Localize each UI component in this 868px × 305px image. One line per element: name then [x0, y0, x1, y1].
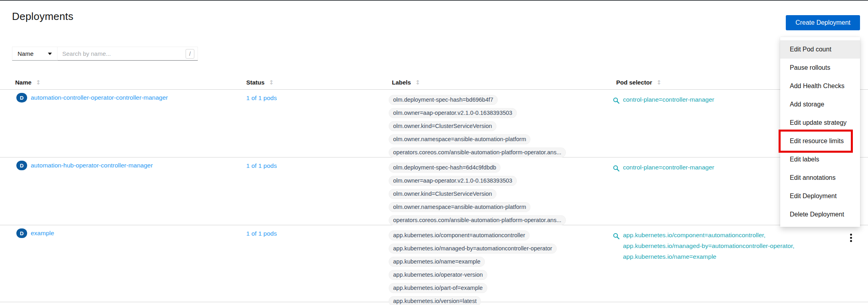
menu-item-add-storage[interactable]: Add storage: [780, 95, 860, 114]
filter-toolbar: Name /: [12, 47, 198, 61]
label-chip[interactable]: olm.owner.kind=ClusterServiceVersion: [389, 121, 496, 131]
deployment-badge: D: [16, 93, 27, 102]
keyboard-shortcut-badge: /: [186, 49, 194, 59]
column-header-status[interactable]: Status ↕: [243, 79, 389, 86]
pod-selector-link[interactable]: app.kubernetes.io/component=automationco…: [613, 230, 838, 262]
menu-item-delete-deployment[interactable]: Delete Deployment: [780, 205, 860, 224]
table-header-row: Name ↕ Status ↕ Labels ↕ Pod selector ↕: [0, 75, 868, 90]
label-chip[interactable]: app.kubernetes.io/part-of=example: [389, 283, 487, 293]
label-chip[interactable]: olm.owner.namespace=ansible-automation-p…: [389, 134, 530, 144]
label-chip[interactable]: app.kubernetes.io/component=automationco…: [389, 230, 530, 240]
label-chip[interactable]: olm.owner.kind=ClusterServiceVersion: [389, 189, 496, 199]
labels-cell: app.kubernetes.io/component=automationco…: [389, 225, 613, 305]
sort-icon[interactable]: ↕: [269, 79, 274, 86]
menu-item-edit-annotations[interactable]: Edit annotations: [780, 169, 860, 187]
label-chip[interactable]: app.kubernetes.io/name=example: [389, 257, 485, 267]
label-chip[interactable]: olm.owner=aap-operator.v2.1.0-0.16383935…: [389, 108, 517, 118]
deployment-name-link[interactable]: automation-controller-operator-controlle…: [31, 94, 168, 101]
table-row: D automation-controller-operator-control…: [0, 90, 868, 157]
menu-item-edit-pod-count[interactable]: Edit Pod count: [780, 40, 860, 59]
label-chip[interactable]: app.kubernetes.io/operator-version: [389, 270, 487, 280]
create-deployment-button[interactable]: Create Deployment: [786, 15, 860, 30]
table-row: D example 1 of 1 pods app.kubernetes.io/…: [0, 225, 868, 302]
search-icon: [613, 164, 619, 175]
filter-type-dropdown[interactable]: Name: [12, 47, 57, 61]
search-input[interactable]: [57, 47, 198, 60]
menu-item-edit-labels[interactable]: Edit labels: [780, 150, 860, 169]
masthead-divider: [0, 0, 868, 1]
pods-status-link[interactable]: 1 of 1 pods: [246, 94, 277, 101]
column-header-labels[interactable]: Labels ↕: [389, 79, 613, 86]
label-chip[interactable]: olm.deployment-spec-hash=6d4c9fdbdb: [389, 163, 500, 173]
sort-icon[interactable]: ↕: [656, 79, 662, 86]
table-row: D automation-hub-operator-controller-man…: [0, 157, 868, 225]
search-field-wrapper: /: [57, 47, 198, 61]
label-chip[interactable]: olm.deployment-spec-hash=bd696b4f7: [389, 95, 498, 105]
menu-item-add-health-checks[interactable]: Add Health Checks: [780, 77, 860, 95]
deployment-name-link[interactable]: example: [31, 230, 54, 237]
pods-status-link[interactable]: 1 of 1 pods: [246, 230, 277, 237]
label-chip[interactable]: operators.coreos.com/ansible-automation-…: [389, 215, 566, 225]
labels-cell: olm.deployment-spec-hash=bd696b4f7 olm.o…: [389, 90, 613, 161]
search-icon: [613, 96, 619, 107]
actions-menu: Edit Pod count Pause rollouts Add Health…: [780, 37, 860, 227]
deployments-table: Name ↕ Status ↕ Labels ↕ Pod selector ↕ …: [0, 75, 868, 302]
label-chip[interactable]: olm.owner.namespace=ansible-automation-p…: [389, 202, 530, 212]
menu-item-edit-deployment[interactable]: Edit Deployment: [780, 187, 860, 205]
menu-item-pause-rollouts[interactable]: Pause rollouts: [780, 59, 860, 77]
label-chip[interactable]: app.kubernetes.io/managed-by=automationc…: [389, 244, 557, 254]
pods-status-link[interactable]: 1 of 1 pods: [246, 162, 277, 169]
page-title: Deployments: [12, 10, 73, 23]
menu-item-edit-resource-limits[interactable]: Edit resource limits: [780, 132, 860, 150]
label-chip[interactable]: operators.coreos.com/ansible-automation-…: [389, 148, 566, 157]
labels-cell: olm.deployment-spec-hash=6d4c9fdbdb olm.…: [389, 157, 613, 228]
column-header-name[interactable]: Name ↕: [12, 79, 243, 86]
deployment-name-link[interactable]: automation-hub-operator-controller-manag…: [31, 162, 153, 169]
deployment-badge: D: [16, 228, 27, 238]
kebab-menu-icon[interactable]: [848, 232, 854, 244]
deployment-badge: D: [16, 161, 27, 170]
search-icon: [613, 232, 619, 242]
filter-type-label: Name: [18, 50, 34, 57]
caret-down-icon: [48, 53, 52, 55]
label-chip[interactable]: app.kubernetes.io/version=latest: [389, 296, 481, 305]
label-chip[interactable]: olm.owner=aap-operator.v2.1.0-0.16383935…: [389, 176, 517, 186]
sort-icon[interactable]: ↕: [415, 79, 421, 86]
menu-item-edit-update-strategy[interactable]: Edit update strategy: [780, 114, 860, 132]
sort-icon[interactable]: ↕: [36, 79, 41, 86]
